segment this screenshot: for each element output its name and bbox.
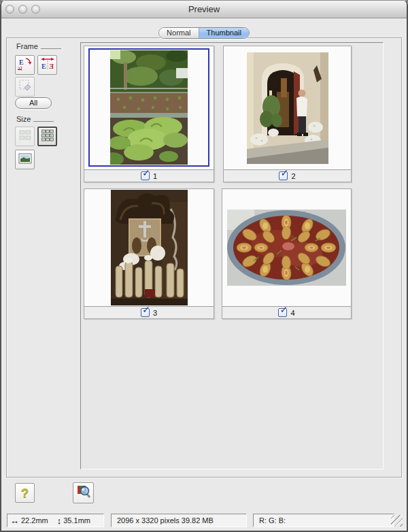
thumbnail-footer-3: ✓ 3 [84, 307, 214, 318]
medium-thumbnails-icon [41, 129, 54, 145]
svg-text:E: E [19, 59, 24, 66]
thumbnail-footer-2: ✓ 2 [224, 170, 351, 182]
size-small-button[interactable] [15, 127, 35, 146]
thumbnail-cell-3[interactable]: ✓ 3 [84, 188, 214, 319]
thumbnail-checkbox-4[interactable]: ✓ [278, 308, 287, 317]
svg-text:E: E [18, 66, 23, 71]
preview-window: Preview Normal Thumbnail Frame E E [0, 0, 408, 532]
thumbnail-photo-2 [247, 52, 328, 164]
selection-height: 35.1mm [63, 516, 90, 525]
thumbnail-cell-1[interactable]: ✓ 1 [84, 46, 214, 182]
svg-text:E: E [41, 63, 46, 70]
help-button[interactable]: ? [15, 483, 35, 503]
thumbnail-number-4: 4 [290, 309, 294, 317]
full-size-icon [18, 151, 33, 169]
tab-bar: Normal Thumbnail [0, 27, 408, 39]
rgb-readout-field: R: G: B: [253, 514, 394, 527]
thumbnail-photo-4 [227, 210, 346, 286]
size-medium-button[interactable] [37, 127, 57, 146]
tab-thumbnail[interactable]: Thumbnail [199, 28, 249, 38]
densitometer-button[interactable] [73, 482, 94, 503]
selection-frame [88, 48, 209, 167]
resize-grip[interactable] [391, 515, 403, 527]
frame-section-label: Frame [16, 42, 61, 50]
all-button[interactable]: All [15, 97, 52, 109]
thumbnail-footer-1: ✓ 1 [84, 170, 214, 182]
densitometer-loupe-icon [76, 484, 91, 502]
thumbnail-checkbox-1[interactable]: ✓ [141, 171, 150, 180]
divider [33, 121, 54, 122]
mirror-icon: E E [40, 56, 55, 74]
size-full-button[interactable] [15, 150, 35, 169]
selection-dimensions-field: ↔ 22.2mm ↕ 35.1mm [7, 514, 104, 527]
thumbnail-checkbox-2[interactable]: ✓ [279, 171, 288, 180]
mirror-frame-button[interactable]: E E [37, 55, 57, 75]
rotate-frame-button[interactable]: E E [15, 55, 35, 75]
thumbnail-footer-4: ✓ 4 [222, 307, 351, 318]
thumbnail-number-2: 2 [291, 172, 295, 180]
window-title: Preview [0, 4, 408, 14]
horizontal-arrow-icon: ↔ [10, 516, 19, 526]
thumbnail-cell-2[interactable]: ✓ 2 [223, 46, 352, 182]
small-thumbnails-icon [18, 129, 32, 145]
tab-normal[interactable]: Normal [159, 28, 199, 38]
svg-text:E: E [49, 63, 54, 70]
size-section-label: Size [16, 115, 54, 123]
divider [41, 48, 61, 49]
selection-width: 22.2mm [21, 516, 48, 525]
rotate-icon: E E [18, 56, 33, 74]
thumbnail-checkbox-3[interactable]: ✓ [141, 308, 150, 317]
vertical-arrow-icon: ↕ [57, 516, 62, 526]
thumbnail-photo-3 [111, 190, 188, 305]
thumbnail-number-3: 3 [153, 309, 157, 317]
image-size-field: 2096 x 3320 pixels 39.82 MB [111, 514, 247, 527]
help-icon: ? [21, 486, 29, 501]
delete-marquee-icon [18, 78, 33, 96]
thumbnail-photo-1 [110, 50, 188, 165]
thumbnail-cell-4[interactable]: ✓ 4 [222, 188, 352, 319]
thumbnail-number-1: 1 [153, 172, 157, 180]
titlebar: Preview [0, 0, 408, 18]
delete-frame-button[interactable] [15, 77, 35, 97]
